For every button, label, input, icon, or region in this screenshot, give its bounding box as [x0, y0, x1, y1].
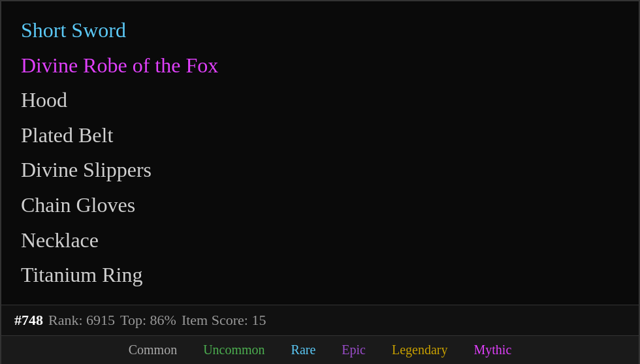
list-item[interactable]: Divine Robe of the Fox [21, 48, 619, 83]
score-label: Item Score: 15 [182, 312, 266, 329]
rank-label: Rank: 6915 [48, 312, 115, 329]
list-item[interactable]: Chain Gloves [21, 188, 619, 223]
list-item[interactable]: Hood [21, 83, 619, 118]
legend-mythic: Mythic [474, 342, 512, 357]
list-item[interactable]: Plated Belt [21, 118, 619, 153]
legend-rare: Rare [291, 342, 316, 357]
stats-bar: #748 Rank: 6915 Top: 86% Item Score: 15 [1, 305, 639, 335]
legend-uncommon: Uncommon [203, 342, 264, 357]
top-label: Top: 86% [120, 312, 176, 329]
list-item[interactable]: Necklace [21, 223, 619, 258]
legend-epic: Epic [342, 342, 366, 357]
legend-legendary: Legendary [392, 342, 448, 357]
list-item[interactable]: Titanium Ring [21, 258, 619, 293]
list-item[interactable]: Divine Slippers [21, 153, 619, 188]
list-item[interactable]: Short Sword [21, 13, 619, 48]
rank-number: #748 [14, 312, 43, 329]
main-container: Short SwordDivine Robe of the FoxHoodPla… [0, 0, 640, 364]
legend-bar: Common Uncommon Rare Epic Legendary Myth… [1, 335, 639, 364]
legend-common: Common [129, 342, 177, 357]
items-section: Short SwordDivine Robe of the FoxHoodPla… [1, 1, 639, 305]
